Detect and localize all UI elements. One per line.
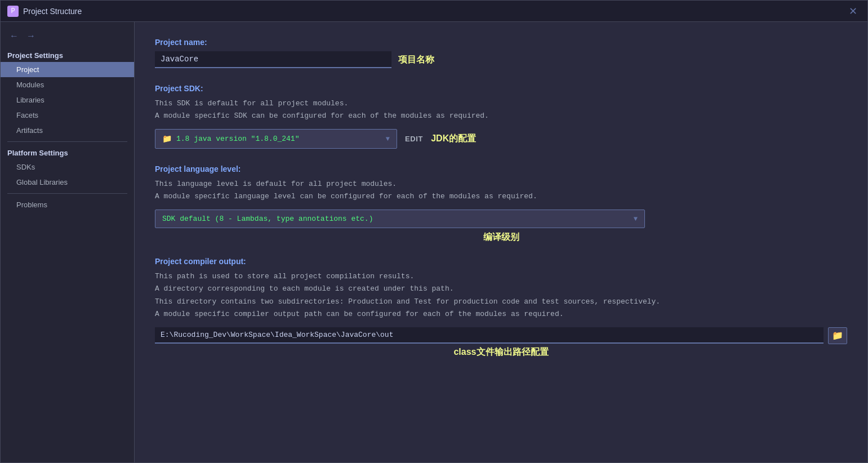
project-sdk-section: Project SDK: This SDK is default for all… — [155, 84, 847, 149]
project-compiler-output-section: Project compiler output: This path is us… — [155, 257, 847, 358]
forward-button[interactable]: → — [24, 30, 38, 42]
compiler-output-desc: This path is used to store all project c… — [155, 270, 847, 320]
sdk-annotation: JDK的配置 — [431, 133, 476, 145]
compiler-output-title: Project compiler output: — [155, 257, 847, 266]
sdk-dropdown[interactable]: 📁 1.8 java version "1.8.0_241" ▼ — [155, 129, 397, 149]
project-sdk-title: Project SDK: — [155, 84, 847, 93]
sidebar-item-global-libraries[interactable]: Global Libraries — [1, 175, 134, 190]
project-name-title: Project name: — [155, 38, 847, 47]
sdk-dropdown-arrow: ▼ — [386, 135, 390, 143]
project-name-row: 项目名称 — [155, 51, 847, 68]
compiler-output-row: 📁 — [155, 327, 847, 344]
sidebar-divider-2 — [7, 193, 127, 194]
project-name-section: Project name: 项目名称 — [155, 38, 847, 68]
lang-level-value: SDK default (8 - Lambdas, type annotatio… — [162, 215, 373, 223]
app-icon: P — [7, 6, 19, 17]
project-settings-label: Project Settings — [1, 48, 134, 62]
project-structure-dialog: P Project Structure ✕ ← → Project Settin… — [0, 0, 868, 463]
compiler-output-annotation-container: class文件输出路径配置 — [155, 346, 847, 358]
sdk-edit-link[interactable]: EDIT — [405, 135, 423, 143]
sdk-value: 1.8 java version "1.8.0_241" — [176, 135, 299, 143]
project-sdk-desc1: This SDK is default for all project modu… — [155, 97, 847, 122]
nav-arrows: ← → — [1, 26, 134, 48]
sidebar-divider — [7, 141, 127, 142]
project-language-level-section: Project language level: This language le… — [155, 164, 847, 243]
compiler-output-annotation: class文件输出路径配置 — [453, 347, 548, 357]
sdk-select-row: 📁 1.8 java version "1.8.0_241" ▼ EDIT JD… — [155, 129, 847, 149]
project-name-input[interactable] — [155, 51, 391, 68]
compiler-output-folder-btn[interactable]: 📁 — [828, 327, 847, 344]
project-lang-desc: This language level is default for all p… — [155, 178, 847, 203]
sidebar-item-artifacts[interactable]: Artifacts — [1, 123, 134, 138]
platform-settings-label: Platform Settings — [1, 145, 134, 159]
project-lang-title: Project language level: — [155, 164, 847, 173]
lang-annotation: 编译级别 — [483, 232, 519, 242]
main-content: ← → Project Settings Project Modules Lib… — [1, 22, 867, 462]
sidebar-item-sdks[interactable]: SDKs — [1, 159, 134, 175]
sidebar-item-facets[interactable]: Facets — [1, 108, 134, 123]
project-name-annotation: 项目名称 — [398, 54, 434, 66]
sidebar-item-modules[interactable]: Modules — [1, 77, 134, 92]
lang-dropdown-arrow: ▼ — [634, 215, 638, 223]
lang-level-dropdown[interactable]: SDK default (8 - Lambdas, type annotatio… — [155, 210, 645, 228]
sidebar-item-problems[interactable]: Problems — [1, 197, 134, 212]
lang-annotation-container: 编译级别 — [155, 232, 847, 243]
sdk-dropdown-left: 📁 1.8 java version "1.8.0_241" — [162, 134, 299, 144]
sidebar: ← → Project Settings Project Modules Lib… — [1, 22, 135, 462]
title-bar: P Project Structure ✕ — [1, 1, 867, 22]
dialog-title: Project Structure — [23, 7, 82, 16]
back-button[interactable]: ← — [7, 30, 21, 42]
close-button[interactable]: ✕ — [845, 5, 861, 17]
content-area: Project name: 项目名称 Project SDK: This SDK… — [135, 22, 867, 462]
sdk-folder-icon: 📁 — [162, 134, 172, 144]
sidebar-item-project[interactable]: Project — [1, 62, 134, 77]
compiler-output-input[interactable] — [155, 327, 824, 344]
sidebar-item-libraries[interactable]: Libraries — [1, 92, 134, 108]
